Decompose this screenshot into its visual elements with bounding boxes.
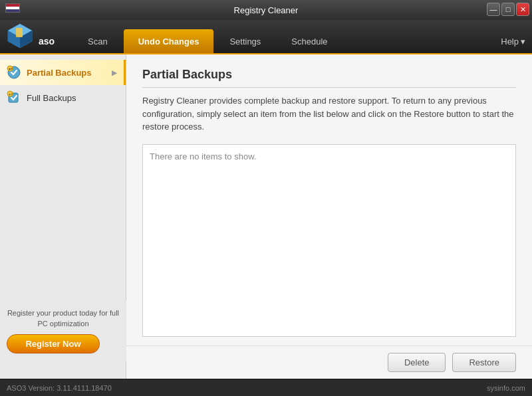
sidebar-item-partial-backups-label: Partial Backups: [27, 68, 92, 78]
action-buttons-bar: Delete Restore: [126, 346, 532, 379]
logo-text: aso: [39, 36, 55, 47]
register-section: Register your product today for full PC …: [0, 300, 126, 361]
brand-text: sysinfo.com: [487, 384, 525, 392]
content-title: Partial Backups: [142, 68, 516, 88]
logo-area: aso: [7, 23, 55, 49]
tab-undo-changes[interactable]: Undo Changes: [124, 29, 214, 53]
tab-scan[interactable]: Scan: [73, 29, 122, 53]
help-label: Help: [501, 37, 519, 47]
content-wrapper: Partial Backups Registry Cleaner provide…: [126, 54, 532, 379]
sidebar-item-full-backups[interactable]: ↩ Full Backups: [0, 85, 126, 110]
content-area: Partial Backups Registry Cleaner provide…: [126, 54, 532, 346]
sidebar-item-partial-backups[interactable]: ↩ Partial Backups ▶: [0, 60, 126, 85]
title-bar: Registry Cleaner — □ ✕: [0, 0, 532, 20]
items-list: There are no items to show.: [142, 144, 516, 337]
tab-schedule[interactable]: Schedule: [277, 29, 342, 53]
help-menu[interactable]: Help ▾: [501, 37, 525, 47]
nav-bar: aso Scan Undo Changes Settings Schedule …: [0, 20, 532, 54]
sidebar-item-full-backups-label: Full Backups: [27, 93, 76, 103]
flag-icon: [5, 3, 20, 13]
tab-settings[interactable]: Settings: [215, 29, 275, 53]
svg-text:↩: ↩: [9, 67, 12, 71]
register-promo-text: Register your product today for full PC …: [7, 308, 120, 329]
restore-button[interactable]: Restore: [452, 353, 516, 372]
partial-backups-icon: ↩: [7, 65, 21, 80]
sidebar: ↩ Partial Backups ▶ ↩ Full Backups Regis…: [0, 54, 126, 379]
empty-message: There are no items to show.: [150, 151, 256, 161]
version-text: ASO3 Version: 3.11.4111.18470: [7, 384, 112, 392]
content-description: Registry Cleaner provides complete backu…: [142, 94, 516, 134]
logo-icon: [7, 23, 33, 49]
close-button[interactable]: ✕: [516, 3, 529, 16]
window-controls: — □ ✕: [487, 3, 529, 16]
full-backups-icon: ↩: [7, 90, 21, 105]
register-now-button[interactable]: Register Now: [7, 334, 100, 353]
svg-text:↩: ↩: [9, 92, 12, 96]
status-bar: ASO3 Version: 3.11.4111.18470 sysinfo.co…: [0, 379, 532, 396]
delete-button[interactable]: Delete: [388, 353, 446, 372]
minimize-button[interactable]: —: [487, 3, 500, 16]
window-title: Registry Cleaner: [234, 5, 299, 15]
nav-tabs: Scan Undo Changes Settings Schedule: [73, 20, 344, 53]
maximize-button[interactable]: □: [501, 3, 515, 16]
svg-rect-4: [16, 28, 23, 37]
sidebar-arrow-icon: ▶: [112, 69, 117, 76]
help-chevron-icon: ▾: [521, 37, 525, 47]
